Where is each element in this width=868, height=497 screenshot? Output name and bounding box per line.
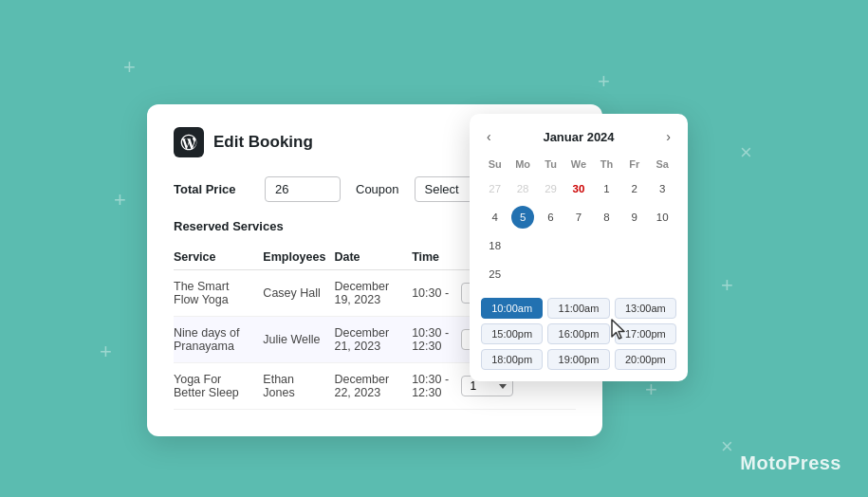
day-9: 9: [623, 206, 646, 229]
day-25: 25: [484, 263, 507, 285]
cal-day[interactable]: 8: [593, 203, 620, 231]
deco-plus-4: +: [114, 190, 126, 211]
calendar-week-3: 18: [481, 231, 676, 260]
cal-day[interactable]: 29: [537, 175, 564, 203]
cal-day[interactable]: 1: [593, 175, 620, 203]
booking-date: December 21, 2023: [334, 317, 412, 363]
cursor-svg: [610, 318, 629, 342]
cal-day[interactable]: 5: [508, 203, 536, 231]
motopress-branding: MotoPress: [740, 452, 841, 474]
deco-plus-8: +: [721, 275, 733, 296]
calendar-popup: ‹ Januar 2024 › Su Mo Tu We Th Fr Sa 27 …: [470, 114, 688, 381]
cursor-icon: [610, 318, 629, 341]
day-10: 10: [651, 206, 674, 229]
col-date: Date: [334, 245, 412, 270]
calendar-week-4: 25: [481, 260, 676, 288]
calendar-week-2: 4 5 6 7 8 9 10: [481, 203, 676, 231]
service-name: The Smart Flow Yoga: [174, 270, 263, 317]
cal-day[interactable]: 9: [620, 203, 648, 231]
calendar-month-year: Januar 2024: [543, 130, 614, 144]
day-header-sa: Sa: [649, 156, 676, 175]
booking-date: December 22, 2023: [334, 363, 412, 410]
cal-day[interactable]: 7: [564, 203, 592, 231]
wp-logo-svg: [179, 133, 198, 152]
day-3: 3: [651, 177, 674, 200]
panel-title: Edit Booking: [213, 133, 313, 152]
calendar-header-row: Su Mo Tu We Th Fr Sa: [481, 156, 676, 175]
day-2: 2: [623, 177, 646, 200]
day-header-th: Th: [593, 156, 620, 175]
day-7: 7: [567, 206, 590, 229]
employee-name: Julie Welle: [263, 317, 334, 363]
col-service: Service: [174, 245, 263, 270]
deco-plus-1: +: [123, 57, 136, 78]
time-slot-1300[interactable]: 13:00am: [615, 298, 676, 319]
day-header-fr: Fr: [620, 156, 648, 175]
day-1: 1: [595, 177, 618, 200]
deco-plus-3: +: [598, 71, 610, 92]
calendar-day-headers: Su Mo Tu We Th Fr Sa: [481, 156, 676, 175]
day-28: 28: [511, 177, 534, 200]
calendar-body: 27 28 29 30 1 2 3 4 5 6 7 8 9 10 18: [481, 175, 676, 288]
employee-name: Ethan Jones: [263, 363, 334, 410]
calendar-week-1: 27 28 29 30 1 2 3: [481, 175, 676, 203]
time-slot-2000[interactable]: 20:00pm: [615, 349, 676, 370]
time-slot-1800[interactable]: 18:00pm: [481, 349, 543, 370]
calendar-grid: Su Mo Tu We Th Fr Sa 27 28 29 30 1 2 3 4…: [481, 156, 676, 288]
day-header-mo: Mo: [508, 156, 536, 175]
coupon-label: Coupon: [356, 182, 399, 196]
booking-date: December 19, 2023: [334, 270, 412, 317]
day-6: 6: [540, 206, 563, 229]
day-8: 8: [595, 206, 618, 229]
deco-plus-10: ×: [721, 436, 733, 457]
cal-day[interactable]: 4: [481, 203, 508, 231]
wordpress-icon: [174, 127, 204, 157]
cal-day[interactable]: 28: [508, 175, 536, 203]
time-slots-grid: 10:00am 11:00am 13:00am 15:00pm 16:00pm …: [481, 298, 676, 370]
service-name: Yoga For Better Sleep: [174, 363, 263, 410]
calendar-next-button[interactable]: ›: [660, 127, 676, 146]
day-4: 4: [484, 206, 507, 229]
time-slot-1100[interactable]: 11:00am: [547, 298, 609, 319]
deco-plus-5: +: [100, 341, 112, 362]
booking-time: 10:30 - 12:30: [412, 363, 461, 410]
deco-plus-7: +: [645, 379, 657, 400]
time-slot-1000[interactable]: 10:00am: [481, 298, 543, 319]
cal-empty: [508, 231, 676, 260]
booking-time: 10:30 - 12:30: [412, 317, 461, 363]
calendar-header: ‹ Januar 2024 ›: [481, 127, 676, 146]
cal-day[interactable]: 6: [537, 203, 564, 231]
day-header-su: Su: [481, 156, 508, 175]
cal-day[interactable]: 3: [649, 175, 676, 203]
cal-day[interactable]: 25: [481, 260, 508, 288]
time-slot-1600[interactable]: 16:00pm: [547, 323, 609, 344]
day-18: 18: [484, 234, 507, 257]
total-price-input[interactable]: [265, 176, 341, 202]
service-name: Nine days of Pranayama: [174, 317, 263, 363]
cal-day[interactable]: 10: [649, 203, 676, 231]
col-employees: Employees: [263, 245, 334, 270]
calendar-prev-button[interactable]: ‹: [481, 127, 497, 146]
day-header-we: We: [564, 156, 592, 175]
deco-plus-9: ×: [740, 142, 752, 163]
cal-empty: [508, 260, 676, 288]
employee-name: Casey Hall: [263, 270, 334, 317]
day-27: 27: [484, 177, 507, 200]
day-5-today: 5: [511, 206, 534, 229]
total-price-label: Total Price: [174, 182, 249, 196]
day-29: 29: [540, 177, 563, 200]
cal-day[interactable]: 27: [481, 175, 508, 203]
time-slot-1500[interactable]: 15:00pm: [481, 323, 543, 344]
cal-day[interactable]: 30: [564, 175, 592, 203]
cal-day[interactable]: 2: [620, 175, 648, 203]
booking-time: 10:30 -: [412, 270, 461, 317]
col-time: Time: [412, 245, 461, 270]
cal-day[interactable]: 18: [481, 231, 508, 260]
day-header-tu: Tu: [537, 156, 564, 175]
time-slot-1900[interactable]: 19:00pm: [547, 349, 609, 370]
day-30: 30: [567, 177, 590, 200]
